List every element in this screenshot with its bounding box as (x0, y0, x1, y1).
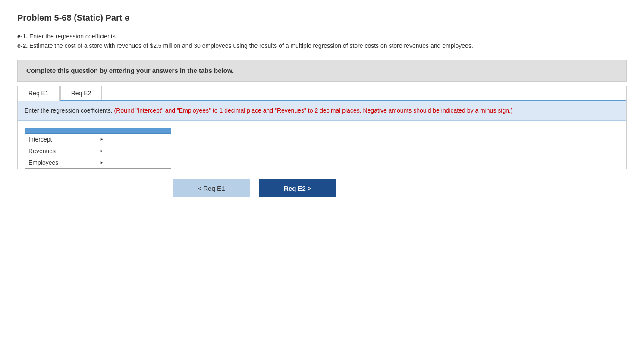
tab-req-e1[interactable]: Req E1 (18, 86, 60, 101)
tab-req-e2[interactable]: Req E2 (60, 86, 102, 100)
info-box: Enter the regression coefficients. (Roun… (18, 101, 626, 121)
revenues-input-cell[interactable]: ► (98, 145, 171, 157)
next-button[interactable]: Req E2 (259, 179, 336, 197)
e1-text: Enter the regression coefficients. (28, 33, 117, 40)
e2-text: Estimate the cost of a store with revenu… (28, 42, 473, 49)
table-row: Revenues ► (25, 145, 171, 157)
tab-content: Enter the regression coefficients. (Roun… (18, 101, 626, 169)
intercept-input[interactable] (105, 134, 171, 145)
table-container: Intercept ► Revenues ► (25, 128, 626, 169)
employees-input[interactable] (105, 157, 171, 168)
info-text-red: (Round "Intercept" and "Employees" to 1 … (113, 107, 513, 114)
revenues-arrow-icon: ► (98, 148, 105, 154)
regression-table: Intercept ► Revenues ► (25, 128, 171, 169)
col-header-label (25, 128, 98, 133)
complete-box-text: Complete this question by entering your … (26, 67, 234, 74)
employees-label: Employees (25, 157, 98, 168)
intercept-arrow-icon: ► (98, 136, 105, 142)
table-row: Intercept ► (25, 133, 171, 145)
revenues-label: Revenues (25, 145, 98, 157)
instructions: e-1. Enter the regression coefficients. … (17, 31, 627, 51)
prev-button-label: Req E1 (203, 185, 225, 192)
table-row: Employees ► (25, 157, 171, 168)
revenues-input[interactable] (105, 145, 171, 157)
prev-button[interactable]: Req E1 (173, 179, 250, 197)
tabs-container: Req E1 Req E2 Enter the regression coeff… (17, 86, 627, 169)
buttons-row: Req E1 Req E2 (173, 179, 627, 197)
e2-label: e-2. (17, 42, 28, 49)
col-header-value (98, 128, 171, 133)
info-text-black: Enter the regression coefficients. (25, 107, 113, 114)
complete-box: Complete this question by entering your … (17, 60, 627, 82)
e1-label: e-1. (17, 33, 28, 40)
intercept-label: Intercept (25, 133, 98, 145)
page-title: Problem 5-68 (Static) Part e (17, 13, 627, 23)
employees-arrow-icon: ► (98, 159, 105, 166)
chevron-right-icon (306, 185, 311, 192)
chevron-left-icon (198, 185, 204, 192)
intercept-input-cell[interactable]: ► (98, 133, 171, 145)
tabs-row: Req E1 Req E2 (18, 86, 626, 101)
next-button-label: Req E2 (284, 185, 306, 192)
employees-input-cell[interactable]: ► (98, 157, 171, 168)
